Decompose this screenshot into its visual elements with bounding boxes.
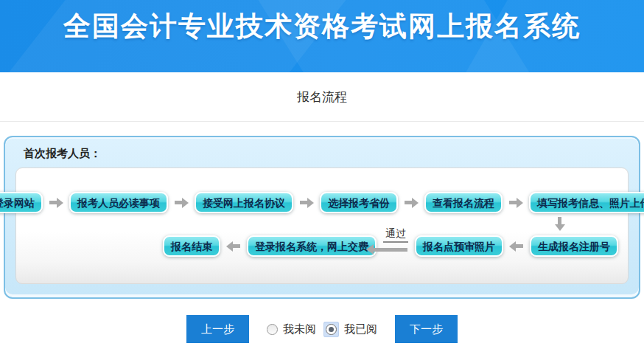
read-confirmation-radio-group: 我未阅 我已阅 [267,322,377,337]
flow-step-login-pay-online[interactable]: 登录报名系统，网上交费 [247,235,377,257]
arrow-right-icon [300,201,307,204]
radio-read-control[interactable] [323,322,339,337]
radio-checked-icon[interactable] [326,324,337,335]
arrow-down-icon [558,217,561,224]
flow-step-select-province[interactable]: 选择报考省份 [320,192,398,213]
prev-step-button[interactable]: 上一步 [186,315,249,343]
flow-panel: 首次报考人员： 登录网站 报考人员必读事项 接受网上报名协议 选择报考省份 查看… [4,136,640,299]
flow-step-finish[interactable]: 报名结束 [163,235,220,257]
arrow-left-icon [233,244,240,248]
footer-bar: 上一步 我未阅 我已阅 下一步 [0,315,644,343]
pass-label: 通过 [383,227,408,243]
flow-row-down [16,213,628,234]
app-title: 全国会计专业技术资格考试网上报名系统 [63,8,581,64]
arrow-right-icon [175,201,182,204]
flow-step-photo-review[interactable]: 报名点预审照片 [415,235,503,257]
flow-step-view-process[interactable]: 查看报名流程 [424,192,503,213]
flow-step-accept-agreement[interactable]: 接受网上报名协议 [195,192,293,213]
flow-step-login-site[interactable]: 登录网站 [0,192,43,213]
flow-step-fill-info-upload-photo[interactable]: 填写报考信息、照片上传 [529,192,644,213]
app-header: 全国会计专业技术资格考试网上报名系统 [0,0,644,72]
section-header: 报名流程 [0,72,644,122]
radio-read-label: 我已阅 [344,322,377,336]
radio-unchecked-icon[interactable] [267,324,278,335]
radio-option-unread[interactable]: 我未阅 [267,322,316,336]
flow-group-label: 首次报考人员： [5,137,639,161]
page-title: 报名流程 [297,89,347,106]
radio-unread-label: 我未阅 [283,322,316,336]
arrow-right-icon [509,201,517,204]
arrow-right-icon [49,201,57,204]
flow-canvas: 登录网站 报考人员必读事项 接受网上报名协议 选择报考省份 查看报名流程 填写报… [15,167,629,284]
flow-step-must-read[interactable]: 报考人员必读事项 [69,192,168,213]
radio-option-read[interactable]: 我已阅 [323,322,377,337]
flow-row-1: 登录网站 报考人员必读事项 接受网上报名协议 选择报考省份 查看报名流程 填写报… [16,192,628,213]
flow-step-generate-reg-number[interactable]: 生成报名注册号 [530,235,618,257]
pass-arrow: 通过 [383,227,408,252]
radio-unread-control[interactable] [267,324,278,335]
next-step-button[interactable]: 下一步 [395,315,458,343]
arrow-left-long-icon [374,248,407,252]
arrow-left-icon [516,244,523,248]
flow-row-2: 报名结束 登录报名系统，网上交费 通过 报名点预审照片 生成报名注册号 [16,234,628,258]
arrow-right-icon [405,201,412,204]
